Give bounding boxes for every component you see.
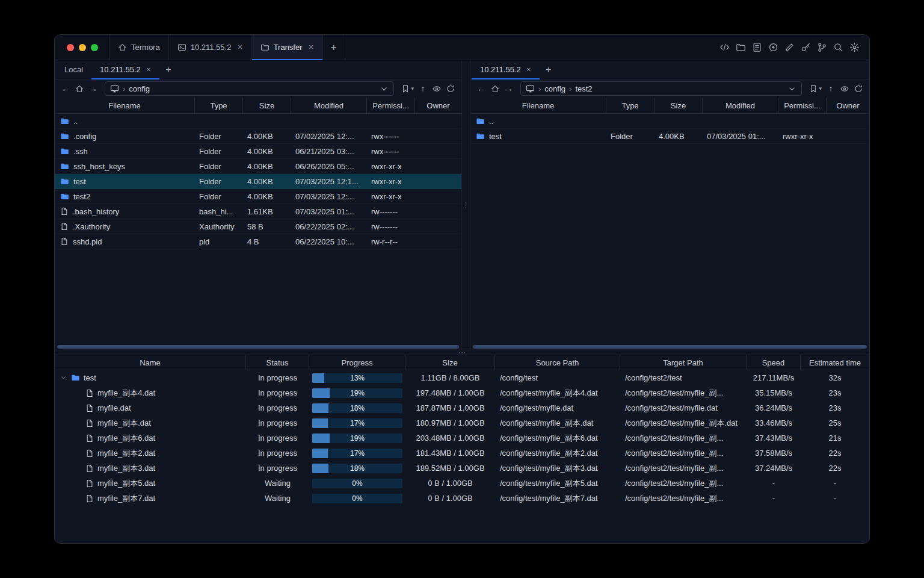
file-row[interactable]: ssh_host_keys Folder 4.00KB 06/26/2025 0… — [55, 159, 461, 174]
path-bar[interactable]: › config — [105, 81, 394, 96]
transfer-column-header[interactable]: Name — [55, 355, 246, 370]
transfer-name: myfile_副本4.dat — [97, 388, 155, 399]
key-icon[interactable] — [801, 42, 811, 52]
close-tab-icon[interactable]: ✕ — [237, 43, 242, 51]
show-hidden-eye-icon[interactable] — [839, 84, 851, 93]
transfer-row[interactable]: myfile.dat In progress 18% 187.87MB / 1.… — [55, 400, 869, 415]
transfer-column-header[interactable]: Size — [405, 355, 495, 370]
home-button[interactable] — [73, 84, 85, 93]
transfer-row[interactable]: myfile_副本.dat In progress 17% 180.97MB /… — [55, 415, 869, 430]
close-tab-icon[interactable]: ✕ — [309, 43, 314, 51]
transfer-row[interactable]: myfile_副本4.dat In progress 19% 197.48MB … — [55, 385, 869, 400]
record-icon[interactable] — [768, 42, 778, 52]
column-header[interactable]: Modified — [291, 98, 367, 113]
transfer-column-header[interactable]: Target Path — [620, 355, 747, 370]
column-header[interactable]: Size — [243, 98, 291, 113]
file-row[interactable]: .bash_history bash_hi... 1.61KB 07/03/20… — [55, 204, 461, 219]
column-header[interactable]: Permissi... — [778, 98, 827, 113]
edit-icon[interactable] — [784, 42, 795, 52]
horizontal-scrollbar[interactable] — [55, 344, 461, 350]
code-icon[interactable] — [719, 42, 730, 52]
refresh-icon[interactable] — [852, 84, 864, 93]
right-file-pane: 10.211.55.2 ✕ + ← → › config › test2 ▾ ↑… — [470, 60, 869, 350]
progress-fill — [312, 464, 328, 473]
transfer-column-header[interactable]: Speed — [747, 355, 801, 370]
expand-chevron-icon[interactable] — [60, 374, 67, 382]
pane-splitter[interactable]: ⋮ — [461, 60, 470, 350]
bookmark-icon[interactable] — [399, 84, 411, 93]
chevron-down-icon[interactable] — [380, 84, 389, 93]
up-directory-button[interactable]: ↑ — [417, 82, 429, 95]
bookmark-icon[interactable] — [807, 84, 819, 93]
app-tab-10-211-55-2[interactable]: 10.211.55.2 ✕ — [169, 35, 252, 60]
transfer-eta: 32s — [801, 373, 869, 382]
breadcrumb-segment[interactable]: config — [129, 84, 150, 93]
refresh-icon[interactable] — [445, 84, 457, 93]
file-row[interactable]: sshd.pid pid 4 B 06/22/2025 10:... rw-r-… — [55, 234, 461, 249]
column-header[interactable]: Filename — [55, 98, 195, 113]
transfer-column-header[interactable]: Progress — [309, 355, 405, 370]
up-directory-button[interactable]: ↑ — [825, 82, 837, 95]
file-row[interactable]: .Xauthority Xauthority 58 B 06/22/2025 0… — [55, 219, 461, 234]
back-button[interactable]: ← — [60, 82, 72, 95]
minimize-window-button[interactable] — [79, 44, 86, 51]
column-header[interactable]: Size — [654, 98, 703, 113]
column-header[interactable]: Permissi... — [367, 98, 415, 113]
log-icon[interactable] — [752, 42, 762, 52]
transfer-row[interactable]: myfile_副本2.dat In progress 17% 181.43MB … — [55, 446, 869, 461]
column-header[interactable]: Type — [606, 98, 654, 113]
scrollbar-thumb[interactable] — [57, 345, 459, 349]
transfer-row[interactable]: test In progress 13% 1.11GB / 8.00GB /co… — [55, 370, 869, 385]
forward-button[interactable]: → — [87, 82, 99, 95]
transfer-row[interactable]: myfile_副本7.dat Waiting 0% 0 B / 1.00GB /… — [55, 491, 869, 506]
transfer-row[interactable]: myfile_副本5.dat Waiting 0% 0 B / 1.00GB /… — [55, 476, 869, 491]
new-app-tab-button[interactable]: + — [323, 35, 345, 60]
bookmark-dropdown-icon[interactable]: ▾ — [411, 85, 414, 92]
file-row[interactable]: .. — [470, 114, 869, 129]
transfer-row[interactable]: myfile_副本6.dat In progress 19% 203.48MB … — [55, 430, 869, 446]
file-row[interactable]: .. — [55, 114, 461, 129]
column-header[interactable]: Owner — [415, 98, 461, 113]
horizontal-scrollbar[interactable] — [470, 344, 869, 350]
close-window-button[interactable] — [67, 44, 74, 51]
bookmark-dropdown-icon[interactable]: ▾ — [819, 85, 822, 92]
transfer-row[interactable]: myfile_副本3.dat In progress 18% 189.52MB … — [55, 461, 869, 476]
column-header[interactable]: Modified — [703, 98, 778, 113]
transfer-column-header[interactable]: Estimated time — [801, 355, 869, 370]
close-pane-tab-icon[interactable]: ✕ — [146, 66, 151, 73]
scrollbar-thumb[interactable] — [473, 345, 867, 349]
home-button[interactable] — [489, 84, 501, 93]
folder-icon[interactable] — [736, 42, 746, 52]
progress-fill — [312, 418, 328, 428]
chevron-down-icon[interactable] — [787, 84, 796, 93]
new-pane-tab-button[interactable]: + — [159, 60, 177, 79]
app-tab-transfer[interactable]: Transfer ✕ — [252, 35, 323, 60]
column-header[interactable]: Owner — [827, 98, 869, 113]
breadcrumb-segment[interactable]: test2 — [575, 84, 592, 93]
pane-tab-10-211-55-2[interactable]: 10.211.55.2 ✕ — [91, 60, 159, 79]
file-row[interactable]: test Folder 4.00KB 07/03/2025 01:... rwx… — [470, 129, 869, 144]
forward-button[interactable]: → — [503, 82, 515, 95]
column-header[interactable]: Type — [195, 98, 243, 113]
file-row[interactable]: test Folder 4.00KB 07/03/2025 12:1... rw… — [55, 174, 461, 189]
settings-icon[interactable] — [849, 42, 860, 52]
file-row[interactable]: test2 Folder 4.00KB 07/03/2025 12:... rw… — [55, 189, 461, 204]
file-row[interactable]: .config Folder 4.00KB 07/02/2025 12:... … — [55, 129, 461, 144]
transfer-splitter[interactable]: ⋯ — [55, 350, 869, 355]
branch-icon[interactable] — [817, 42, 827, 52]
breadcrumb-segment[interactable]: config — [544, 84, 565, 93]
zoom-window-button[interactable] — [91, 44, 98, 51]
back-button[interactable]: ← — [475, 82, 487, 95]
app-tab-termora[interactable]: Termora — [109, 35, 169, 60]
pane-tab-10-211-55-2[interactable]: 10.211.55.2 ✕ — [472, 60, 540, 79]
file-row[interactable]: .ssh Folder 4.00KB 06/21/2025 03:... rwx… — [55, 144, 461, 159]
new-pane-tab-button[interactable]: + — [540, 60, 557, 79]
transfer-column-header[interactable]: Source Path — [495, 355, 620, 370]
path-bar[interactable]: › config › test2 — [520, 81, 802, 96]
search-icon[interactable] — [833, 42, 843, 52]
transfer-column-header[interactable]: Status — [246, 355, 309, 370]
column-header[interactable]: Filename — [470, 98, 606, 113]
show-hidden-eye-icon[interactable] — [431, 84, 443, 93]
close-pane-tab-icon[interactable]: ✕ — [526, 66, 531, 73]
pane-tab-local[interactable]: Local — [56, 60, 91, 79]
